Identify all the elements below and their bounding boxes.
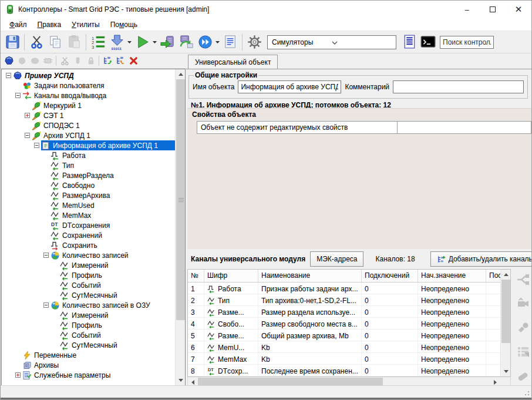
scroll-down-arrow-icon[interactable] [501,367,511,377]
menu-utilities[interactable]: Утилиты [66,19,105,30]
report-button[interactable] [221,33,240,52]
table-row[interactable]: 6MemU...Kb0Неопределено [188,341,500,353]
table-row[interactable]: 7MemMaxKb0Неопределено [188,353,500,365]
load-binary-button[interactable]: 01011 [107,33,126,52]
scroll-down-arrow-icon[interactable] [176,375,186,385]
collapse-tree-button[interactable] [114,55,127,67]
start-button-dropdown[interactable] [151,33,158,52]
device-capture-icon[interactable] [516,297,530,311]
collapse-icon[interactable] [25,133,30,138]
tree-item[interactable]: Сохранений [2,230,175,240]
tree-item[interactable]: РазмерАрхива [2,190,175,200]
tree-item[interactable]: Свободно [2,180,175,190]
table-vertical-scrollbar[interactable] [500,270,510,377]
marker-button[interactable] [71,55,84,67]
table-scroll-thumb[interactable] [501,280,510,343]
sync-device-button[interactable] [177,33,196,52]
column-header[interactable]: Подключений [362,270,418,282]
tree-item[interactable]: Работа [2,150,175,160]
tree-item[interactable]: Сохранить [2,240,175,250]
resize-grip-icon[interactable] [523,389,530,396]
tree-item[interactable]: Событий [2,280,175,290]
tree-item[interactable]: РазмерРаздела [2,170,175,180]
network-button[interactable] [2,55,15,67]
log-button[interactable] [400,33,419,52]
settings-button[interactable] [245,33,264,52]
fast-run-button-dropdown[interactable] [214,33,221,52]
minimize-button[interactable]: – [454,1,480,18]
menu-file[interactable]: Файл [4,19,32,30]
tree-vertical-scrollbar[interactable] [175,69,185,385]
tree-item[interactable]: СутМесячный [2,340,175,350]
tree-scroll-thumb[interactable] [176,79,185,320]
tree-item[interactable]: Служебные параметры [2,370,175,380]
tree-item[interactable]: Измерений [2,310,175,320]
add-remove-channels-button[interactable]: Добавить/удалить каналы [430,251,532,267]
expand-icon[interactable] [25,113,30,118]
scroll-up-arrow-icon[interactable] [501,270,511,280]
close-button[interactable]: ✕ [506,1,531,18]
tree-item[interactable]: Тип [2,160,175,170]
copy-button[interactable] [46,33,65,52]
table-row[interactable]: 3Разме...Размер раздела используе...0Нео… [188,306,500,318]
controller-search-input[interactable] [440,36,494,49]
comment-input[interactable] [393,80,524,93]
tab-universal-object[interactable]: Универсальный объект [188,55,278,69]
lock-button[interactable] [84,55,97,67]
maximize-button[interactable] [480,1,506,18]
table-row[interactable]: 4Свобо...Размер свободного места в...0Не… [188,318,500,330]
tree-item[interactable]: Измерений [2,260,175,270]
terminal-button[interactable] [419,33,437,52]
grid-settings-icon[interactable] [516,345,530,359]
eraser-icon[interactable] [516,369,530,383]
delete-node-button[interactable] [127,55,140,67]
object-name-input[interactable] [238,80,341,93]
tree-item[interactable]: Событий [2,330,175,340]
column-header[interactable]: Пост. [486,270,500,282]
column-header[interactable]: Шифр [204,270,258,282]
module-button[interactable] [41,55,54,67]
tree-item[interactable]: Пример УСПД [2,70,175,80]
tree-item[interactable]: Архивы [2,360,175,370]
table-row[interactable]: 1РаботаПризнак работы задачи арх...0Неоп… [188,283,500,294]
column-header[interactable]: Наименование [258,270,362,282]
collapse-icon[interactable] [43,253,49,258]
tree-item[interactable]: DTDTсохранения [2,220,175,230]
table-row[interactable]: 8DTDTсохр...Последнее время сохранен...0… [188,365,500,377]
menu-help[interactable]: Помощь [105,19,143,30]
start-button[interactable] [133,33,151,52]
tree-item[interactable]: Переменные [2,350,175,360]
tree-item[interactable]: Каналы ввода/вывода [2,90,175,100]
table-row[interactable]: 5Разме...Общий размер архива, Mb0Неопред… [188,330,500,341]
tree-item[interactable]: Количество записей в ОЗУ [2,300,175,310]
tree-item[interactable]: Задачи пользователя [2,80,175,90]
add-group-button[interactable] [28,55,41,67]
tree-item[interactable]: СутМесячный [2,290,175,300]
expand-icon[interactable] [15,372,21,378]
small-device-icon[interactable] [516,321,530,335]
collapse-icon[interactable] [6,73,11,78]
tree-item[interactable]: MemMax [2,210,175,220]
split-channel-icon[interactable] [516,273,530,287]
iec-addresses-button[interactable]: МЭК-адреса [310,251,363,267]
scroll-up-arrow-icon[interactable] [176,69,186,79]
tree-item[interactable]: Информация об архиве УСПД 1 [2,140,175,150]
paste-button[interactable] [65,33,83,52]
load-binary-button-dropdown[interactable] [126,33,133,52]
tree-item[interactable]: СПОДЭС 1 [2,120,175,130]
write-device-button[interactable] [158,33,177,52]
tree-item[interactable]: Архив УСПД 1 [2,130,175,140]
tree-item[interactable]: Профиль [2,270,175,280]
tree-item[interactable]: Количество записей [2,250,175,260]
cut-button[interactable] [27,33,46,52]
column-header[interactable]: № [188,270,204,282]
mode-combobox[interactable]: Симуляторы [267,35,396,49]
tree-item[interactable]: Меркурий 1 [2,100,175,110]
collapse-icon[interactable] [15,93,21,98]
address-list-button[interactable]: 123 [89,33,107,52]
tree-item[interactable]: Профиль [2,320,175,330]
tree-item[interactable]: MemUsed [2,200,175,210]
add-node-button[interactable] [15,55,28,67]
menu-edit[interactable]: Правка [32,19,67,30]
fast-run-button[interactable] [196,33,214,52]
